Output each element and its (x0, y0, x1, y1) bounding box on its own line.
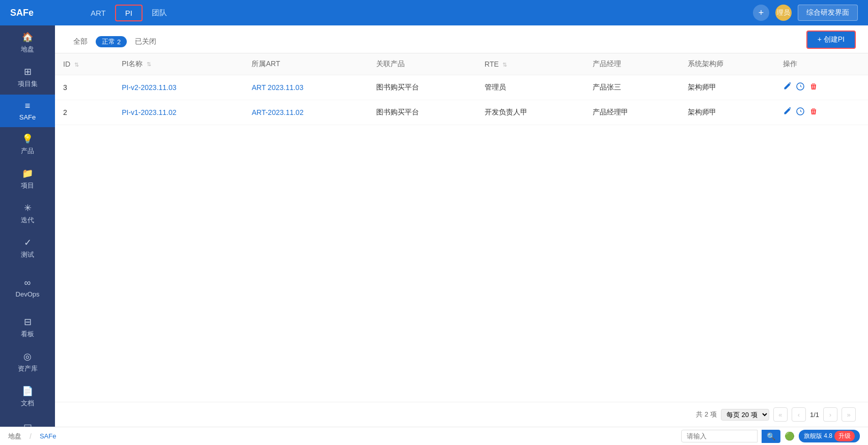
delete-icon-0[interactable] (809, 82, 818, 93)
sidebar-label-test: 测试 (21, 250, 34, 259)
delete-icon-1[interactable] (809, 107, 818, 117)
sidebar-label-docs: 文档 (21, 399, 34, 408)
sort-id-icon[interactable]: ⇅ (74, 62, 79, 68)
total-count: 共 2 项 (696, 410, 716, 419)
breadcrumb-home[interactable]: 地盘 (8, 432, 21, 441)
sidebar-item-dashboard[interactable]: 🏠 地盘 (0, 25, 55, 60)
table-row: 2 PI-v1-2023.11.02 ART-2023.11.02 图书购买平台… (55, 100, 868, 125)
sidebar-item-docs[interactable]: 📄 文档 (0, 379, 55, 414)
devops-icon: ∞ (24, 278, 31, 288)
app-wrapper: SAFe ART PI 团队 + 理员 综合研发界面 🏠 地盘 ⊞ 项目集 ≡ … (0, 0, 868, 445)
col-id: ID ⇅ (55, 53, 114, 75)
toggle-icon-1[interactable] (796, 107, 804, 117)
sidebar-label-dashboard: 地盘 (21, 45, 34, 54)
sidebar-item-safe[interactable]: ≡ SAFe (0, 95, 55, 127)
sidebar-item-project[interactable]: 📁 项目 (0, 162, 55, 196)
version-badge: 旗舰版 4.8 升级 (799, 430, 860, 442)
nav-art[interactable]: ART (81, 6, 115, 20)
action-icons-0 (783, 82, 860, 93)
cell-architect-0: 架构师甲 (680, 75, 775, 100)
grid-icon: ⊞ (24, 66, 32, 77)
sidebar-item-test[interactable]: ✓ 测试 (0, 231, 55, 265)
version-logo-icon: 🟢 (785, 431, 795, 441)
cell-rte-1: 开发负责人甲 (477, 100, 584, 125)
cell-product-0: 图书购买平台 (368, 75, 476, 100)
tab-normal-count: 2 (117, 38, 121, 46)
art-link-0[interactable]: ART 2023.11.03 (251, 83, 303, 92)
col-rte-label: RTE (485, 60, 499, 68)
prev-page-btn[interactable]: ‹ (792, 407, 806, 422)
sidebar-item-iteration[interactable]: ✳ 迭代 (0, 196, 55, 231)
cell-architect-1: 架构师甲 (680, 100, 775, 125)
col-architect: 系统架构师 (680, 53, 775, 75)
upgrade-button[interactable]: 升级 (834, 431, 855, 441)
pi-name-link-0[interactable]: PI-v2-2023.11.03 (122, 83, 176, 92)
tab-closed[interactable]: 已关闭 (129, 34, 162, 49)
test-icon: ✓ (24, 237, 32, 248)
create-pi-button[interactable]: + 创建PI (806, 31, 856, 49)
col-rte: RTE ⇅ (477, 53, 584, 75)
nav-team[interactable]: 团队 (143, 5, 176, 21)
sidebar-label-project-set: 项目集 (18, 79, 38, 88)
first-page-btn[interactable]: « (773, 407, 788, 422)
sidebar-item-product[interactable]: 💡 产品 (0, 127, 55, 162)
sidebar-item-bi[interactable]: ▭ BI (0, 414, 55, 427)
cell-pm-1: 产品经理甲 (584, 100, 680, 125)
nav-pi[interactable]: PI (115, 5, 143, 21)
app-title: SAFe (10, 8, 51, 18)
art-link-1[interactable]: ART-2023.11.02 (251, 108, 303, 116)
tab-normal[interactable]: 正常 2 (96, 36, 127, 47)
cell-name-1: PI-v1-2023.11.02 (114, 100, 243, 125)
sort-rte-icon[interactable]: ⇅ (502, 62, 507, 68)
next-page-btn[interactable]: › (823, 407, 837, 422)
col-product: 关联产品 (368, 53, 476, 75)
main-layout: 🏠 地盘 ⊞ 项目集 ≡ SAFe 💡 产品 📁 项目 ✳ 迭代 (0, 25, 868, 427)
table-header-row: ID ⇅ PI名称 ⇅ 所属ART 关联产品 RTE ⇅ (55, 53, 868, 75)
per-page-select[interactable]: 每页 20 项 每页 50 项 (721, 409, 769, 421)
edit-icon-0[interactable] (783, 82, 791, 93)
status-bar: 地盘 / SAFe 🔍 🟢 旗舰版 4.8 升级 (0, 427, 868, 445)
sidebar-item-assets[interactable]: ◎ 资产库 (0, 345, 55, 379)
iteration-icon: ✳ (24, 202, 32, 214)
cell-id-0: 3 (55, 75, 114, 100)
dashboard-button[interactable]: 综合研发界面 (798, 5, 858, 21)
toggle-icon-0[interactable] (796, 82, 804, 93)
col-action: 操作 (775, 53, 868, 75)
cell-pm-0: 产品张三 (584, 75, 680, 100)
sidebar-item-project-set[interactable]: ⊞ 项目集 (0, 60, 55, 95)
tab-all[interactable]: 全部 (67, 34, 94, 49)
sidebar-label-devops: DevOps (16, 290, 40, 298)
edit-icon-1[interactable] (783, 107, 791, 117)
cell-product-1: 图书购买平台 (368, 100, 476, 125)
cell-art-0: ART 2023.11.03 (243, 75, 368, 100)
last-page-btn[interactable]: » (842, 407, 856, 422)
col-name-label: PI名称 (122, 60, 143, 68)
add-button[interactable]: + (753, 5, 769, 21)
version-label: 旗舰版 4.8 (804, 432, 832, 440)
sidebar-label-assets: 资产库 (18, 364, 38, 373)
docs-icon: 📄 (22, 385, 33, 397)
sub-header: 全部 正常 2 已关闭 + 创建PI (55, 25, 868, 53)
col-art: 所属ART (243, 53, 368, 75)
safe-icon: ≡ (25, 101, 31, 111)
sidebar-label-kanban: 看板 (21, 330, 34, 339)
col-pm: 产品经理 (584, 53, 680, 75)
breadcrumb-separator: / (30, 432, 32, 440)
pi-name-link-1[interactable]: PI-v1-2023.11.02 (122, 108, 176, 116)
home-icon: 🏠 (22, 32, 33, 43)
col-name: PI名称 ⇅ (114, 53, 243, 75)
cell-action-1 (775, 100, 868, 125)
cell-action-0 (775, 75, 868, 100)
bi-icon: ▭ (23, 420, 32, 427)
page-info: 1/1 (810, 411, 819, 419)
search-input[interactable] (681, 430, 758, 442)
kanban-icon: ⊟ (24, 316, 32, 328)
table-wrapper: ID ⇅ PI名称 ⇅ 所属ART 关联产品 RTE ⇅ (55, 53, 868, 402)
manager-badge[interactable]: 理员 (775, 5, 792, 21)
search-button[interactable]: 🔍 (762, 430, 780, 443)
breadcrumb-current[interactable]: SAFe (40, 432, 57, 440)
tab-normal-label: 正常 (102, 37, 115, 46)
sidebar-item-devops[interactable]: ∞ DevOps (0, 272, 55, 304)
sidebar-item-kanban[interactable]: ⊟ 看板 (0, 310, 55, 345)
sort-name-icon[interactable]: ⇅ (147, 61, 151, 67)
